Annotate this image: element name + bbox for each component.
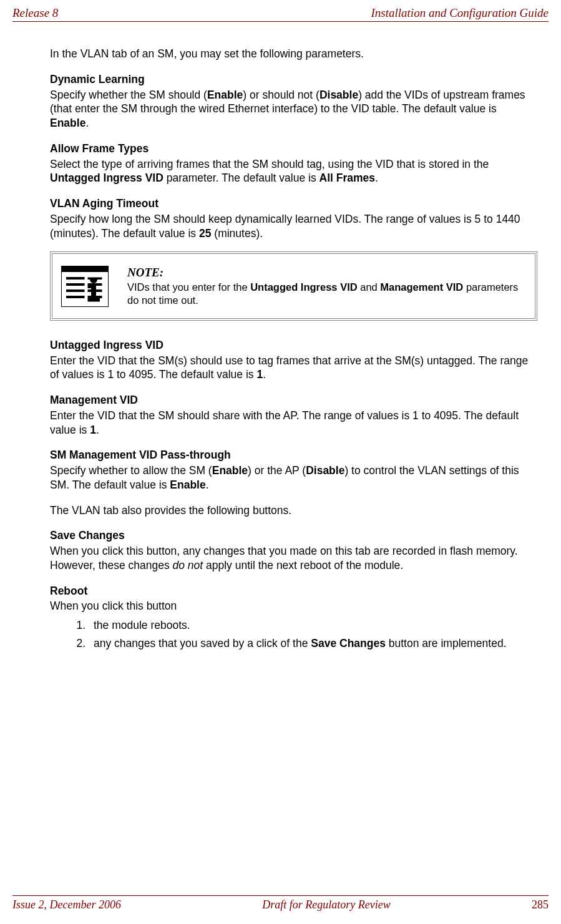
bold-save-changes: Save Changes [311, 637, 386, 649]
bold-enable: Enable [207, 89, 243, 101]
bold-param: Untagged Ingress VID [50, 172, 163, 184]
intro-paragraph: In the VLAN tab of an SM, you may set th… [50, 47, 537, 61]
text: Enter the VID that the SM should share w… [50, 409, 519, 436]
text: any changes that you saved by a click of… [94, 637, 311, 649]
italic-do-not: do not [173, 559, 203, 571]
para-untagged-ingress-vid: Enter the VID that the SM(s) should use … [50, 354, 537, 382]
list-item: any changes that you saved by a click of… [89, 636, 537, 651]
bold-disable: Disable [306, 464, 344, 477]
note-text: NOTE: VIDs that you enter for the Untagg… [127, 265, 526, 307]
text: parameter. The default value is [163, 172, 320, 184]
footer-status: Draft for Regulatory Review [121, 898, 532, 912]
bold-default: 1 [256, 368, 263, 381]
heading-sm-mgmt-vid-passthrough: SM Management VID Pass-through [50, 448, 537, 462]
bold-disable: Disable [320, 89, 358, 101]
text: Specify how long the SM should keep dyna… [50, 213, 520, 240]
bold-default: 1 [90, 424, 96, 436]
bold-default: Enable [50, 117, 85, 129]
text: Enter the VID that the SM(s) should use … [50, 354, 528, 381]
bold-enable: Enable [212, 464, 248, 477]
mid-paragraph: The VLAN tab also provides the following… [50, 503, 537, 518]
heading-allow-frame-types: Allow Frame Types [50, 142, 537, 156]
note-box: NOTE: VIDs that you enter for the Untagg… [50, 251, 537, 321]
text: VIDs that you enter for the [127, 281, 250, 293]
text: ) or should not ( [243, 89, 320, 101]
text: . [96, 424, 99, 436]
text: Select the type of arriving frames that … [50, 158, 489, 170]
header-release: Release 8 [12, 6, 58, 20]
text: ) or the AP ( [248, 464, 306, 477]
text: . [375, 172, 378, 184]
page-footer: Issue 2, December 2006 Draft for Regulat… [12, 895, 549, 912]
heading-untagged-ingress-vid: Untagged Ingress VID [50, 338, 537, 353]
heading-management-vid: Management VID [50, 393, 537, 407]
para-allow-frame-types: Select the type of arriving frames that … [50, 157, 537, 186]
para-vlan-aging-timeout: Specify how long the SM should keep dyna… [50, 212, 537, 241]
note-label: NOTE: [127, 266, 163, 279]
bold-default: Enable [170, 479, 205, 491]
svg-rect-1 [61, 266, 109, 272]
svg-rect-9 [87, 298, 100, 302]
bold-param: Untagged Ingress VID [250, 281, 357, 293]
list-item: the module reboots. [89, 618, 537, 633]
footer-page-number: 285 [532, 898, 549, 912]
para-save-changes: When you click this button, any changes … [50, 544, 537, 573]
page-content: In the VLAN tab of an SM, you may set th… [12, 22, 549, 895]
bold-param: Management VID [380, 281, 463, 293]
text: . [263, 368, 266, 381]
text: button are implemented. [386, 637, 507, 649]
para-dynamic-learning: Specify whether the SM should (Enable) o… [50, 88, 537, 130]
page-header: Release 8 Installation and Configuration… [12, 6, 549, 22]
para-management-vid: Enter the VID that the SM should share w… [50, 409, 537, 437]
bold-default: All Frames [320, 172, 375, 184]
text: and [358, 281, 381, 293]
text: . [206, 479, 209, 491]
text: apply until the next reboot of the modul… [203, 559, 403, 571]
text: (minutes). [211, 227, 263, 240]
para-reboot-intro: When you click this button [50, 599, 537, 613]
heading-save-changes: Save Changes [50, 528, 537, 543]
text: . [85, 117, 89, 129]
para-sm-mgmt-vid-passthrough: Specify whether to allow the SM (Enable)… [50, 464, 537, 492]
heading-reboot: Reboot [50, 584, 537, 598]
footer-issue: Issue 2, December 2006 [12, 898, 121, 912]
heading-vlan-aging-timeout: VLAN Aging Timeout [50, 197, 537, 211]
header-doc-title: Installation and Configuration Guide [371, 6, 549, 20]
heading-dynamic-learning: Dynamic Learning [50, 72, 537, 87]
reboot-steps-list: the module reboots. any changes that you… [50, 618, 537, 651]
text: Specify whether to allow the SM ( [50, 464, 212, 477]
bold-default: 25 [199, 227, 211, 240]
text: Specify whether the SM should ( [50, 89, 207, 101]
svg-rect-8 [87, 284, 96, 288]
note-icon [61, 266, 109, 307]
